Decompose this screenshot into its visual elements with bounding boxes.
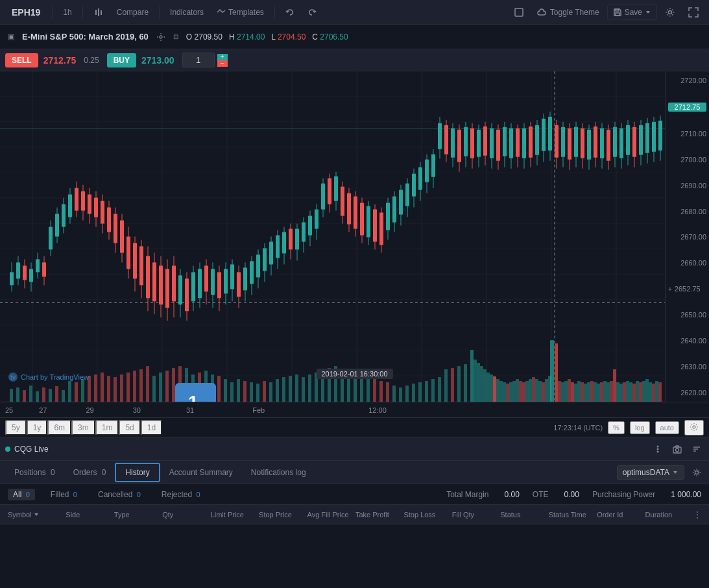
th-order-id[interactable]: Order Id: [597, 511, 645, 519]
svg-rect-129: [581, 382, 584, 402]
svg-rect-115: [529, 379, 532, 402]
tab-history[interactable]: History: [115, 463, 160, 482]
svg-rect-0: [95, 10, 97, 15]
chart-title: E-Mini S&P 500: March 2019, 60: [22, 32, 149, 42]
panel-settings-icon[interactable]: [651, 442, 665, 456]
timeframe-button[interactable]: 1h: [58, 5, 77, 19]
period-1y[interactable]: 1y: [27, 420, 48, 435]
chart-type-button[interactable]: [88, 5, 109, 20]
filter-cancelled[interactable]: Cancelled 0: [93, 489, 146, 500]
account-selector[interactable]: optimusDATA: [617, 465, 684, 480]
redo-button[interactable]: [302, 5, 322, 19]
th-limit-price[interactable]: Limit Price: [211, 511, 259, 519]
save-button[interactable]: Save: [607, 5, 657, 20]
period-5d[interactable]: 5d: [119, 420, 140, 435]
svg-rect-83: [399, 387, 402, 402]
svg-rect-291: [451, 129, 455, 158]
th-symbol[interactable]: Symbol: [8, 511, 66, 519]
svg-rect-130: [584, 384, 587, 402]
svg-rect-321: [548, 117, 552, 151]
price-2680: 2680.00: [668, 208, 706, 215]
svg-rect-139: [613, 369, 616, 402]
th-avg-fill[interactable]: Avg Fill Price: [307, 511, 355, 519]
svg-rect-59: [243, 381, 246, 402]
expand-button[interactable]: [683, 5, 704, 20]
svg-rect-307: [503, 127, 507, 156]
panel-sort-icon[interactable]: [690, 442, 704, 456]
qty-up-button[interactable]: +: [217, 54, 228, 60]
sell-price: 2712.75: [43, 55, 77, 66]
svg-point-7: [669, 10, 672, 14]
svg-rect-173: [68, 195, 72, 217]
svg-rect-311: [516, 129, 520, 157]
th-status-time[interactable]: Status Time: [549, 511, 597, 519]
th-duration[interactable]: Duration: [645, 511, 693, 519]
qty-down-button[interactable]: −: [217, 60, 228, 67]
svg-rect-23: [10, 389, 13, 402]
svg-rect-211: [191, 272, 195, 301]
period-6m[interactable]: 6m: [47, 420, 71, 435]
log-mode-button[interactable]: log: [630, 421, 650, 434]
period-3m[interactable]: 3m: [71, 420, 95, 435]
svg-rect-233: [263, 248, 267, 271]
th-fill-qty[interactable]: Fill Qty: [452, 511, 500, 519]
svg-rect-5: [616, 9, 619, 11]
tab-notifications-log[interactable]: Notifications log: [242, 464, 315, 481]
chart-settings-gear[interactable]: [684, 420, 704, 435]
account-settings-icon[interactable]: [690, 465, 704, 480]
chart-minimize-button[interactable]: ▣: [5, 31, 17, 42]
svg-rect-32: [68, 381, 71, 402]
th-more-options[interactable]: ⋮: [693, 510, 701, 519]
toggle-theme-button[interactable]: Toggle Theme: [532, 5, 605, 20]
qty-input[interactable]: [182, 53, 215, 67]
th-stop-price[interactable]: Stop Price: [259, 511, 307, 519]
ohlc-display: O 2709.50 H 2714.00 L 2704.50 C 2706.50: [186, 32, 348, 42]
fullscreen-button[interactable]: [509, 5, 529, 20]
tab-positions[interactable]: Positions 0: [5, 464, 64, 481]
th-take-profit[interactable]: Take Profit: [355, 511, 403, 519]
svg-rect-329: [574, 127, 578, 157]
price-2710: 2710.00: [668, 130, 706, 138]
ohlc-l: L 2704.50: [271, 32, 306, 42]
svg-rect-25: [23, 390, 26, 402]
panel-snapshot-icon[interactable]: [670, 442, 684, 456]
filter-filled[interactable]: Filled 0: [45, 489, 82, 500]
svg-rect-205: [172, 265, 176, 301]
th-stop-loss[interactable]: Stop Loss: [403, 511, 451, 519]
period-1m[interactable]: 1m: [95, 420, 119, 435]
svg-rect-109: [509, 382, 512, 402]
svg-point-362: [657, 445, 659, 447]
svg-rect-94: [470, 350, 474, 402]
svg-rect-193: [133, 243, 137, 278]
tab-orders[interactable]: Orders 0: [64, 464, 115, 481]
undo-button[interactable]: [280, 5, 300, 19]
tab-account-summary[interactable]: Account Summary: [160, 464, 242, 481]
order-bar: SELL 2712.75 0.25 BUY 2713.00 + −: [0, 49, 709, 71]
templates-button[interactable]: Templates: [211, 5, 269, 19]
sort-chevron-icon: [34, 512, 39, 517]
tabs-right: optimusDATA: [617, 465, 704, 480]
pct-mode-button[interactable]: %: [608, 421, 625, 434]
settings-button[interactable]: [660, 5, 680, 20]
filter-rejected[interactable]: Rejected 0: [156, 489, 206, 500]
svg-rect-55: [217, 376, 221, 402]
th-qty[interactable]: Qty: [162, 511, 210, 519]
sell-button[interactable]: SELL: [5, 53, 38, 67]
svg-rect-187: [114, 214, 117, 243]
chart-settings-icon[interactable]: [156, 32, 165, 42]
period-5y[interactable]: 5y: [5, 420, 27, 435]
compare-button[interactable]: Compare: [112, 5, 154, 19]
auto-mode-button[interactable]: auto: [655, 421, 679, 434]
th-status[interactable]: Status: [500, 511, 548, 519]
indicators-button[interactable]: Indicators: [165, 5, 209, 19]
buy-button[interactable]: BUY: [107, 53, 136, 67]
period-1d[interactable]: 1d: [141, 420, 162, 435]
svg-point-8: [160, 36, 162, 38]
svg-point-364: [657, 450, 659, 452]
th-type[interactable]: Type: [114, 511, 162, 519]
filter-all[interactable]: All 0: [8, 489, 35, 500]
svg-rect-47: [165, 371, 169, 402]
th-side[interactable]: Side: [66, 511, 114, 519]
svg-rect-345: [626, 125, 630, 155]
chart-more-button[interactable]: ⊡: [171, 32, 181, 42]
